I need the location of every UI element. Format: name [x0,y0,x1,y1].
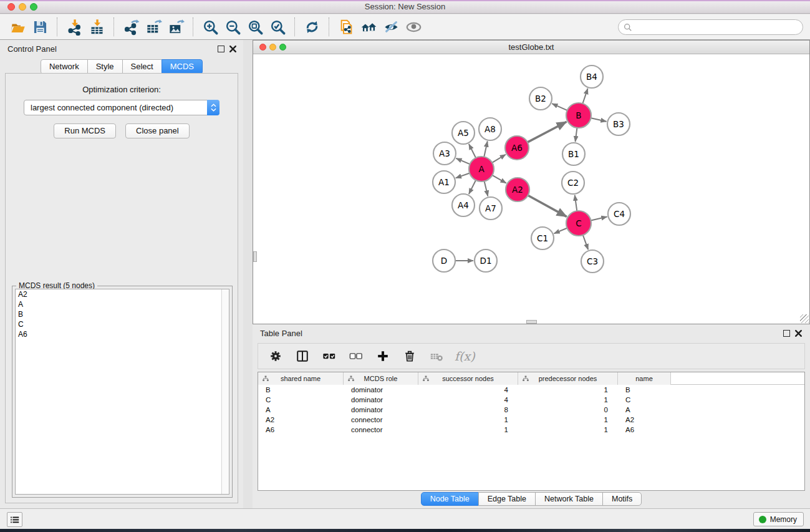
tab-edge-table[interactable]: Edge Table [478,492,536,506]
result-list-item[interactable]: A6 [16,329,229,339]
refresh-layout-button[interactable] [301,16,323,37]
graph-edge-C-C2[interactable] [575,195,577,211]
memory-button[interactable]: Memory [753,512,804,526]
zoom-fit-button[interactable] [244,16,266,37]
column-header-successor-nodes[interactable]: successor nodes [418,372,518,385]
cell-successor-nodes[interactable]: 1 [418,425,518,435]
graph-edge-A-A5[interactable] [469,144,476,158]
graph-edge-C-C1[interactable] [554,228,567,233]
tab-style[interactable]: Style [87,59,123,74]
cell-name[interactable]: C [618,395,671,405]
run-mcds-button[interactable]: Run MCDS [54,123,116,138]
cell-MCDS-role[interactable]: dominator [344,405,418,415]
bottom-splitter-handle[interactable] [526,320,537,324]
cell-MCDS-role[interactable]: dominator [344,385,418,395]
select-all-button[interactable] [321,347,338,365]
criterion-dropdown[interactable]: largest connected component (directed) [24,100,219,115]
add-row-button[interactable] [374,347,392,365]
hide-selected-button[interactable] [380,16,402,37]
cell-MCDS-role[interactable]: dominator [344,395,418,405]
result-list-item[interactable]: B [16,309,229,319]
export-image-button[interactable] [165,16,187,37]
cell-predecessor-nodes[interactable]: 0 [518,405,618,415]
graph-edge-B-B3[interactable] [591,118,607,122]
deselect-all-button[interactable] [347,347,365,365]
network-graph[interactable]: AA1A2A3A4A5A6A7A8BB1B2B3B4CC1C2C3C4DD1 [253,55,809,324]
cell-MCDS-role[interactable]: connector [344,425,418,435]
table-settings-button[interactable] [267,347,284,365]
result-list-item[interactable]: A [16,299,229,309]
function-builder-button[interactable]: f(x) [455,349,475,363]
graph-edge-A-A8[interactable] [484,142,488,158]
node-table[interactable]: shared nameMCDS rolesuccessor nodesprede… [258,372,805,491]
network-window-titlebar[interactable]: testGlobe.txt [253,41,809,54]
column-header-MCDS-role[interactable]: MCDS role [344,372,418,385]
first-neighbors-button[interactable] [357,16,380,37]
cell-shared-name[interactable]: C [258,395,344,405]
graph-edge-A-A1[interactable] [456,173,470,178]
show-all-button[interactable] [402,16,425,37]
table-row[interactable]: A6connector11A6 [258,425,804,435]
cell-shared-name[interactable]: A2 [258,415,344,425]
tab-mcds[interactable]: MCDS [162,59,203,74]
network-canvas[interactable]: AA1A2A3A4A5A6A7A8BB1B2B3B4CC1C2C3C4DD1 [253,55,809,324]
zoom-out-button[interactable] [221,16,244,37]
table-row[interactable]: Bdominator41B [258,385,804,395]
table-row[interactable]: A2connector11A2 [258,415,804,425]
import-network-button[interactable] [63,16,85,37]
left-splitter-handle[interactable] [253,251,257,262]
cell-name[interactable]: B [618,385,671,395]
cell-name[interactable]: A6 [618,425,671,435]
window-resize-grip[interactable] [800,314,809,323]
search-input[interactable] [632,21,803,34]
zoom-selected-button[interactable] [266,16,289,37]
duplicate-network-button[interactable] [335,16,357,37]
cell-predecessor-nodes[interactable]: 1 [518,425,618,435]
mcds-result-list[interactable]: A2ABCA6 [15,289,229,495]
table-row[interactable]: Cdominator41C [258,395,804,405]
show-columns-button[interactable] [294,347,311,365]
graph-edge-B-B4[interactable] [582,89,587,104]
graph-edge-B-B2[interactable] [552,104,567,110]
cell-name[interactable]: A [618,405,671,415]
result-list-item[interactable]: C [16,319,229,329]
table-body[interactable]: Bdominator41BCdominator41CAdominator80AA… [258,385,804,435]
tab-network-table[interactable]: Network Table [535,492,603,506]
cell-successor-nodes[interactable]: 1 [418,415,518,425]
graph-edge-A-A7[interactable] [484,180,488,196]
result-list-item[interactable]: A2 [16,289,229,299]
column-header-shared-name[interactable]: shared name [258,372,344,385]
tab-motifs[interactable]: Motifs [602,492,642,506]
import-table-button[interactable] [85,16,108,37]
cell-successor-nodes[interactable]: 8 [418,405,518,415]
graph-edge-A-A2[interactable] [492,175,506,183]
cell-name[interactable]: A2 [618,415,671,425]
result-list-scrollbar[interactable] [221,289,229,494]
cell-MCDS-role[interactable]: connector [344,415,418,425]
close-panel-button[interactable]: Close panel [125,123,190,138]
cell-shared-name[interactable]: A6 [258,425,344,435]
graph-edge-C-C3[interactable] [582,235,588,249]
graph-edge-A2-C[interactable] [528,195,567,217]
float-panel-icon[interactable] [218,46,224,52]
table-row[interactable]: Adominator80A [258,405,804,415]
tab-node-table[interactable]: Node Table [421,492,479,506]
close-panel-icon[interactable] [229,45,237,53]
cell-predecessor-nodes[interactable]: 1 [518,395,618,405]
cell-successor-nodes[interactable]: 4 [418,385,518,395]
zoom-in-button[interactable] [199,16,221,37]
tab-network[interactable]: Network [41,59,88,74]
save-session-button[interactable] [29,16,51,37]
delete-table-button[interactable] [428,347,445,365]
float-panel-icon[interactable] [783,330,790,337]
export-table-button[interactable] [142,16,165,37]
graph-edge-C-C4[interactable] [591,216,607,220]
graph-edge-B-B1[interactable] [576,127,577,142]
close-panel-icon[interactable] [794,329,803,337]
table-header-row[interactable]: shared nameMCDS rolesuccessor nodesprede… [258,372,804,385]
export-network-button[interactable] [120,16,142,37]
graph-edge-A6-B[interactable] [527,122,567,142]
cell-predecessor-nodes[interactable]: 1 [518,415,618,425]
search-box[interactable] [618,19,803,35]
graph-edge-A-A6[interactable] [491,155,506,163]
